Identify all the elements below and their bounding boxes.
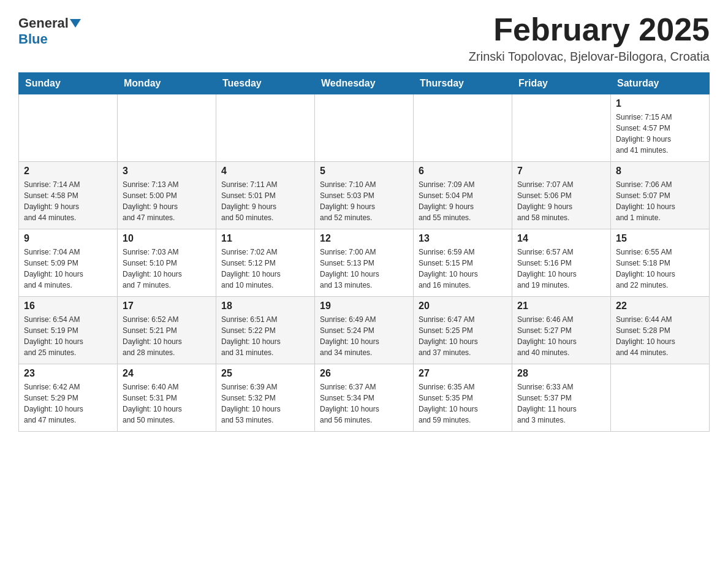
day-info: Sunrise: 6:57 AM Sunset: 5:16 PM Dayligh… xyxy=(517,247,605,291)
day-info: Sunrise: 6:52 AM Sunset: 5:21 PM Dayligh… xyxy=(123,314,211,358)
logo-blue-text: Blue xyxy=(18,31,48,47)
day-number: 3 xyxy=(123,166,211,177)
calendar-day-cell: 20Sunrise: 6:47 AM Sunset: 5:25 PM Dayli… xyxy=(414,297,512,364)
day-number: 18 xyxy=(221,301,309,312)
day-info: Sunrise: 7:02 AM Sunset: 5:12 PM Dayligh… xyxy=(221,247,309,291)
calendar-day-cell: 15Sunrise: 6:55 AM Sunset: 5:18 PM Dayli… xyxy=(611,229,710,297)
calendar-day-cell: 7Sunrise: 7:07 AM Sunset: 5:06 PM Daylig… xyxy=(512,162,611,229)
calendar-day-cell xyxy=(216,94,315,162)
day-info: Sunrise: 6:51 AM Sunset: 5:22 PM Dayligh… xyxy=(221,314,309,358)
col-header-monday: Monday xyxy=(118,73,216,94)
calendar-day-cell: 6Sunrise: 7:09 AM Sunset: 5:04 PM Daylig… xyxy=(414,162,512,229)
day-number: 6 xyxy=(419,166,507,177)
calendar-week-row: 16Sunrise: 6:54 AM Sunset: 5:19 PM Dayli… xyxy=(19,297,710,364)
day-info: Sunrise: 6:54 AM Sunset: 5:19 PM Dayligh… xyxy=(24,314,112,358)
calendar-header-row: SundayMondayTuesdayWednesdayThursdayFrid… xyxy=(19,73,710,94)
day-number: 10 xyxy=(123,233,211,244)
title-block: February 2025 Zrinski Topolovac, Bjelova… xyxy=(469,12,710,64)
day-number: 12 xyxy=(320,233,408,244)
calendar-day-cell: 14Sunrise: 6:57 AM Sunset: 5:16 PM Dayli… xyxy=(512,229,611,297)
day-info: Sunrise: 6:44 AM Sunset: 5:28 PM Dayligh… xyxy=(616,314,704,358)
calendar-day-cell xyxy=(118,94,216,162)
day-number: 22 xyxy=(616,301,704,312)
day-info: Sunrise: 6:39 AM Sunset: 5:32 PM Dayligh… xyxy=(221,381,309,426)
day-info: Sunrise: 6:47 AM Sunset: 5:25 PM Dayligh… xyxy=(419,314,507,358)
day-number: 21 xyxy=(517,301,605,312)
calendar-day-cell: 16Sunrise: 6:54 AM Sunset: 5:19 PM Dayli… xyxy=(19,297,118,364)
day-info: Sunrise: 7:07 AM Sunset: 5:06 PM Dayligh… xyxy=(517,179,605,223)
day-info: Sunrise: 6:59 AM Sunset: 5:15 PM Dayligh… xyxy=(419,247,507,291)
day-info: Sunrise: 6:33 AM Sunset: 5:37 PM Dayligh… xyxy=(517,381,605,426)
day-number: 26 xyxy=(320,368,408,379)
day-number: 17 xyxy=(123,301,211,312)
calendar-table: SundayMondayTuesdayWednesdayThursdayFrid… xyxy=(18,72,710,432)
calendar-day-cell: 12Sunrise: 7:00 AM Sunset: 5:13 PM Dayli… xyxy=(315,229,414,297)
day-info: Sunrise: 7:11 AM Sunset: 5:01 PM Dayligh… xyxy=(221,179,309,223)
calendar-day-cell: 2Sunrise: 7:14 AM Sunset: 4:58 PM Daylig… xyxy=(19,162,118,229)
logo: General Blue xyxy=(18,15,81,47)
day-number: 9 xyxy=(24,233,112,244)
day-number: 11 xyxy=(221,233,309,244)
day-number: 5 xyxy=(320,166,408,177)
calendar-day-cell: 19Sunrise: 6:49 AM Sunset: 5:24 PM Dayli… xyxy=(315,297,414,364)
day-number: 19 xyxy=(320,301,408,312)
logo-general-text: General xyxy=(18,15,69,31)
day-info: Sunrise: 7:14 AM Sunset: 4:58 PM Dayligh… xyxy=(24,179,112,223)
day-info: Sunrise: 6:35 AM Sunset: 5:35 PM Dayligh… xyxy=(419,381,507,426)
calendar-week-row: 2Sunrise: 7:14 AM Sunset: 4:58 PM Daylig… xyxy=(19,162,710,229)
day-number: 14 xyxy=(517,233,605,244)
calendar-day-cell: 24Sunrise: 6:40 AM Sunset: 5:31 PM Dayli… xyxy=(118,364,216,432)
day-info: Sunrise: 7:04 AM Sunset: 5:09 PM Dayligh… xyxy=(24,247,112,291)
day-number: 8 xyxy=(616,166,704,177)
day-info: Sunrise: 6:55 AM Sunset: 5:18 PM Dayligh… xyxy=(616,247,704,291)
calendar-day-cell: 8Sunrise: 7:06 AM Sunset: 5:07 PM Daylig… xyxy=(611,162,710,229)
calendar-day-cell: 11Sunrise: 7:02 AM Sunset: 5:12 PM Dayli… xyxy=(216,229,315,297)
calendar-day-cell: 4Sunrise: 7:11 AM Sunset: 5:01 PM Daylig… xyxy=(216,162,315,229)
col-header-saturday: Saturday xyxy=(611,73,710,94)
calendar-day-cell: 23Sunrise: 6:42 AM Sunset: 5:29 PM Dayli… xyxy=(19,364,118,432)
day-number: 16 xyxy=(24,301,112,312)
day-info: Sunrise: 6:42 AM Sunset: 5:29 PM Dayligh… xyxy=(24,381,112,426)
day-number: 7 xyxy=(517,166,605,177)
location-subtitle: Zrinski Topolovac, Bjelovar-Bilogora, Cr… xyxy=(469,50,710,64)
day-number: 28 xyxy=(517,368,605,379)
col-header-wednesday: Wednesday xyxy=(315,73,414,94)
calendar-day-cell: 22Sunrise: 6:44 AM Sunset: 5:28 PM Dayli… xyxy=(611,297,710,364)
day-number: 15 xyxy=(616,233,704,244)
calendar-day-cell: 1Sunrise: 7:15 AM Sunset: 4:57 PM Daylig… xyxy=(611,94,710,162)
day-number: 1 xyxy=(616,98,704,109)
calendar-day-cell: 13Sunrise: 6:59 AM Sunset: 5:15 PM Dayli… xyxy=(414,229,512,297)
col-header-thursday: Thursday xyxy=(414,73,512,94)
day-info: Sunrise: 7:13 AM Sunset: 5:00 PM Dayligh… xyxy=(123,179,211,223)
calendar-day-cell xyxy=(19,94,118,162)
page-header: General Blue February 2025 Zrinski Topol… xyxy=(18,12,710,64)
calendar-week-row: 9Sunrise: 7:04 AM Sunset: 5:09 PM Daylig… xyxy=(19,229,710,297)
day-number: 24 xyxy=(123,368,211,379)
day-number: 13 xyxy=(419,233,507,244)
calendar-day-cell xyxy=(414,94,512,162)
day-info: Sunrise: 7:03 AM Sunset: 5:10 PM Dayligh… xyxy=(123,247,211,291)
calendar-day-cell xyxy=(611,364,710,432)
day-info: Sunrise: 7:00 AM Sunset: 5:13 PM Dayligh… xyxy=(320,247,408,291)
calendar-day-cell: 10Sunrise: 7:03 AM Sunset: 5:10 PM Dayli… xyxy=(118,229,216,297)
calendar-day-cell xyxy=(315,94,414,162)
calendar-day-cell: 21Sunrise: 6:46 AM Sunset: 5:27 PM Dayli… xyxy=(512,297,611,364)
calendar-day-cell xyxy=(512,94,611,162)
col-header-sunday: Sunday xyxy=(19,73,118,94)
calendar-day-cell: 5Sunrise: 7:10 AM Sunset: 5:03 PM Daylig… xyxy=(315,162,414,229)
day-info: Sunrise: 6:49 AM Sunset: 5:24 PM Dayligh… xyxy=(320,314,408,358)
day-number: 2 xyxy=(24,166,112,177)
calendar-week-row: 23Sunrise: 6:42 AM Sunset: 5:29 PM Dayli… xyxy=(19,364,710,432)
day-number: 23 xyxy=(24,368,112,379)
col-header-tuesday: Tuesday xyxy=(216,73,315,94)
day-info: Sunrise: 7:10 AM Sunset: 5:03 PM Dayligh… xyxy=(320,179,408,223)
day-number: 20 xyxy=(419,301,507,312)
month-title: February 2025 xyxy=(469,12,710,47)
day-info: Sunrise: 6:37 AM Sunset: 5:34 PM Dayligh… xyxy=(320,381,408,426)
day-info: Sunrise: 7:15 AM Sunset: 4:57 PM Dayligh… xyxy=(616,112,704,156)
day-info: Sunrise: 7:06 AM Sunset: 5:07 PM Dayligh… xyxy=(616,179,704,223)
calendar-day-cell: 27Sunrise: 6:35 AM Sunset: 5:35 PM Dayli… xyxy=(414,364,512,432)
calendar-week-row: 1Sunrise: 7:15 AM Sunset: 4:57 PM Daylig… xyxy=(19,94,710,162)
calendar-day-cell: 28Sunrise: 6:33 AM Sunset: 5:37 PM Dayli… xyxy=(512,364,611,432)
col-header-friday: Friday xyxy=(512,73,611,94)
